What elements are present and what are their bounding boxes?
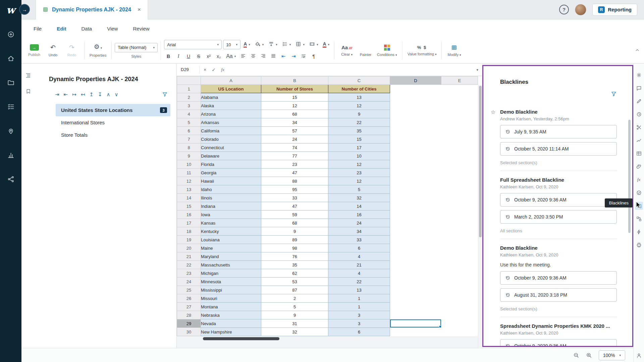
cell[interactable] [390,236,441,244]
conditions-button[interactable]: Conditions▾ [375,40,399,61]
blackline-version-button[interactable]: July 9, 9:35 AM [500,125,617,138]
menu-edit[interactable]: Edit [57,26,66,32]
rail-settings-button[interactable] [635,71,643,79]
row-header-16[interactable]: 16 [177,210,201,219]
underline-style-button[interactable]: A▾ [242,40,252,49]
rail-certify-button[interactable] [635,189,643,197]
bold-button[interactable]: B [164,52,173,61]
cell[interactable] [441,135,478,143]
cell[interactable] [390,202,441,210]
cell[interactable] [390,85,441,93]
cell-cities[interactable]: 12 [328,102,390,110]
cell-state[interactable]: Alaska [201,102,261,110]
cell-cities[interactable]: 33 [328,236,390,244]
cell-cities[interactable]: 22 [328,278,390,286]
cell[interactable] [441,102,478,110]
undo-button[interactable]: ↶ Undo [44,40,62,61]
paragraph-marks-button[interactable]: ¶ [309,52,318,61]
cell[interactable] [441,177,478,185]
horizontal-scrollbar[interactable] [203,337,279,340]
cell-state[interactable]: California [201,127,261,135]
cell-state[interactable]: Missouri [201,294,261,303]
cell-stores[interactable]: 23 [261,160,328,169]
decrease-indent-button[interactable]: ⇤ [279,52,288,61]
row-header-22[interactable]: 22 [177,261,201,269]
cell-state[interactable]: Louisiana [201,236,261,244]
zoom-level-select[interactable]: 100%▾ [599,350,625,360]
cell-cities[interactable]: 12 [328,177,390,185]
cell[interactable] [390,303,441,311]
cell-cities[interactable]: 4 [328,252,390,261]
cell-state[interactable]: Colorado [201,135,261,143]
column-header-D[interactable]: D [390,76,441,85]
cell[interactable] [390,278,441,286]
cell[interactable] [441,303,478,311]
cell-cities[interactable]: 6 [328,328,390,336]
cell-cities[interactable]: 16 [328,210,390,219]
cell-cities[interactable]: 5 [328,185,390,194]
cell-cities[interactable]: 10 [328,152,390,160]
publish-button[interactable]: → Publish [25,40,44,61]
list-format-button[interactable]: ▾ [280,40,293,49]
superscript-button[interactable]: x² [204,52,213,61]
cell[interactable] [441,244,478,252]
row-header-4[interactable]: 4 [177,110,201,118]
cell-stores[interactable]: 88 [261,177,328,185]
selected-cell-D29[interactable] [390,319,441,328]
cell-stores[interactable]: 95 [261,185,328,194]
cell-stores[interactable]: 24 [261,135,328,143]
cell[interactable] [390,227,441,236]
blackline-version-button[interactable]: October 5, 2020 11:14 AM [500,142,617,156]
star-icon[interactable]: ☆ [491,109,495,115]
cell-state[interactable]: Arkansas [201,118,261,127]
row-header-30[interactable]: 30 [177,328,201,336]
cell[interactable] [390,294,441,303]
cell[interactable] [390,269,441,278]
cell[interactable] [390,102,441,110]
value-formatting-button[interactable]: % $ Value formatting▾ [406,40,439,61]
cell-stores[interactable]: 77 [261,152,328,160]
cell[interactable] [390,110,441,118]
cell-state[interactable]: Iowa [201,210,261,219]
outline-tool-expand-sections[interactable]: ∧ [106,92,110,97]
row-header-26[interactable]: 26 [177,294,201,303]
cell[interactable] [390,261,441,269]
cell[interactable] [390,135,441,143]
cell[interactable] [441,194,478,202]
row-header-17[interactable]: 17 [177,219,201,227]
cell-state[interactable]: Nebraska [201,311,261,319]
cell-stores[interactable]: 47 [261,202,328,210]
cell-state[interactable]: Kansas [201,219,261,227]
cell-stores[interactable]: 47 [261,169,328,177]
rail-send-button[interactable] [635,241,643,249]
outline-view-button[interactable] [25,72,31,80]
cell-cities[interactable]: 15 [328,135,390,143]
cell-state[interactable]: Mississippi [201,286,261,294]
cell-cities[interactable]: 3 [328,319,390,328]
cell[interactable] [441,118,478,127]
cell-state[interactable]: Indiana [201,202,261,210]
cell-stores[interactable]: 74 [261,143,328,152]
row-header-1[interactable]: 1 [177,85,201,93]
row-header-11[interactable]: 11 [177,169,201,177]
cell[interactable] [441,85,478,93]
sidebar-home-button[interactable] [0,46,21,70]
cell-stores[interactable]: 33 [261,194,328,202]
section-item[interactable]: United States Store Locations3 [56,104,170,116]
menu-review[interactable]: Review [133,26,149,32]
cell[interactable] [441,252,478,261]
formula-bar-expand-icon[interactable]: ▾ [476,68,478,72]
align-right-button[interactable] [259,52,268,61]
cell[interactable] [441,185,478,194]
cell-state[interactable]: Nevada [201,319,261,328]
cell[interactable] [441,261,478,269]
cell[interactable] [390,311,441,319]
cell-stores[interactable]: 35 [261,261,328,269]
sidebar-connections-button[interactable] [0,167,21,191]
cell-state[interactable]: Michigan [201,269,261,278]
cell-state[interactable]: Maine [201,244,261,252]
cell[interactable] [390,328,441,336]
outline-filter-icon[interactable] [162,92,168,97]
cell-state[interactable]: Delaware [201,152,261,160]
row-header-10[interactable]: 10 [177,160,201,169]
